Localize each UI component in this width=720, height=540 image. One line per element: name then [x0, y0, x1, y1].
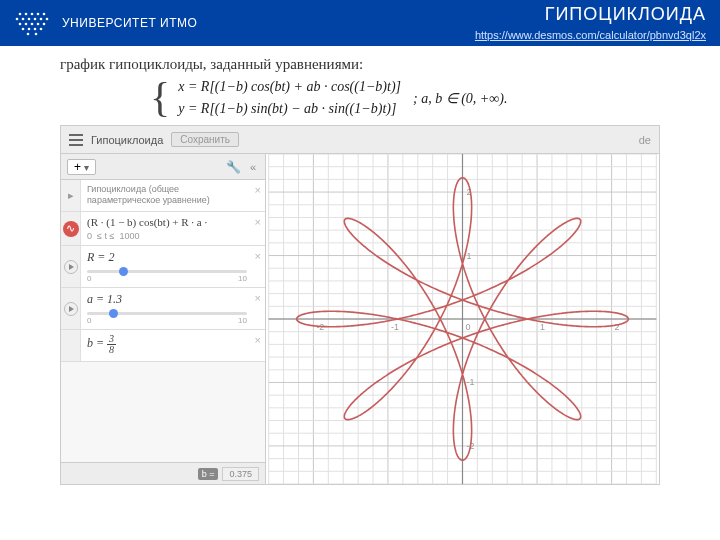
- add-expression-button[interactable]: + ▾: [67, 159, 96, 175]
- graph-svg: -2-1012-2-112: [266, 154, 659, 484]
- svg-text:2: 2: [615, 322, 620, 332]
- expression-row-parametric[interactable]: (R · (1 − b) cos(bt) + R · a · 0 ≤ t ≤ 1…: [61, 212, 265, 246]
- brace-icon: {: [150, 79, 170, 117]
- expression-list: ▸ Гипоциклоида (общее параметрическое ур…: [61, 180, 265, 462]
- svg-point-1: [25, 13, 28, 16]
- svg-point-21: [35, 33, 38, 36]
- svg-point-6: [22, 18, 25, 21]
- folder-row[interactable]: ▸ Гипоциклоида (общее параметрическое ур…: [61, 180, 265, 212]
- slider-r-label: R = 2: [87, 250, 114, 264]
- chevron-down-icon: ▾: [81, 162, 89, 173]
- graph-canvas[interactable]: -2-1012-2-112: [266, 154, 659, 484]
- expression-sidebar: + ▾ 🔧 « ▸ Гипоциклоида (общее параметрич…: [61, 154, 266, 484]
- slider-r-thumb[interactable]: [119, 267, 128, 276]
- svg-point-15: [43, 23, 46, 26]
- slide-header: УНИВЕРСИТЕТ ИТМО ГИПОЦИКЛОИДА https://ww…: [0, 0, 720, 46]
- play-icon[interactable]: [64, 260, 78, 274]
- slider-row-b[interactable]: b = 3 8 ×: [61, 330, 265, 362]
- slider-r-track[interactable]: [87, 270, 247, 273]
- svg-point-11: [19, 23, 22, 26]
- close-icon[interactable]: ×: [255, 184, 261, 196]
- svg-point-9: [40, 18, 43, 21]
- svg-point-8: [34, 18, 37, 21]
- parametric-formula: (R · (1 − b) cos(bt) + R · a ·: [87, 216, 207, 228]
- svg-point-5: [16, 18, 19, 21]
- subtitle-text: график гипоциклоиды, заданный уравнениям…: [0, 46, 720, 79]
- svg-text:-1: -1: [391, 322, 399, 332]
- svg-point-0: [19, 13, 22, 16]
- settings-icon[interactable]: 🔧: [226, 160, 241, 174]
- svg-point-12: [25, 23, 28, 26]
- logo-block: УНИВЕРСИТЕТ ИТМО: [14, 10, 197, 36]
- desmos-embed: Гипоциклоида Сохранить de + ▾ 🔧 « ▸ Гипо…: [60, 125, 660, 485]
- doc-title: Гипоциклоида: [91, 134, 163, 146]
- play-icon[interactable]: [64, 302, 78, 316]
- slider-row-a[interactable]: a = 1.3 0 10 ×: [61, 288, 265, 330]
- source-link[interactable]: https://www.desmos.com/calculator/pbnvd3…: [475, 29, 706, 41]
- equation-y: y = R[(1−b) sin(bt) − ab · sin((1−b)t)]: [178, 101, 401, 117]
- collapse-icon[interactable]: «: [247, 161, 259, 173]
- svg-point-10: [46, 18, 49, 21]
- close-icon[interactable]: ×: [255, 216, 261, 228]
- slider-row-r[interactable]: R = 2 0 10 ×: [61, 246, 265, 288]
- close-icon[interactable]: ×: [255, 334, 261, 346]
- svg-text:1: 1: [466, 251, 471, 261]
- calc-topbar: Гипоциклоида Сохранить de: [61, 126, 659, 154]
- b-display-value: 0.375: [222, 467, 259, 481]
- title-block: ГИПОЦИКЛОИДА https://www.desmos.com/calc…: [475, 4, 706, 43]
- wave-icon[interactable]: [63, 221, 79, 237]
- close-icon[interactable]: ×: [255, 292, 261, 304]
- svg-text:1: 1: [540, 322, 545, 332]
- svg-point-20: [27, 33, 30, 36]
- sidebar-controls: + ▾ 🔧 «: [61, 154, 265, 180]
- svg-point-2: [31, 13, 34, 16]
- slide-title: ГИПОЦИКЛОИДА: [475, 4, 706, 25]
- university-name: УНИВЕРСИТЕТ ИТМО: [62, 16, 197, 30]
- sidebar-footer: b = 0.375: [61, 462, 265, 484]
- svg-point-16: [22, 28, 25, 31]
- svg-point-4: [43, 13, 46, 16]
- svg-point-19: [40, 28, 43, 31]
- svg-point-3: [37, 13, 40, 16]
- b-display-label: b =: [198, 468, 219, 480]
- equation-system: { x = R[(1−b) cos(bt) + ab · cos((1−b)t)…: [0, 79, 720, 125]
- svg-point-18: [34, 28, 37, 31]
- menu-icon[interactable]: [69, 134, 83, 146]
- svg-text:0: 0: [465, 322, 470, 332]
- slider-b-prefix: b =: [87, 336, 107, 350]
- svg-point-17: [28, 28, 31, 31]
- folder-title: Гипоциклоида (общее параметрическое урав…: [81, 180, 265, 211]
- itmo-logo-icon: [14, 10, 52, 36]
- close-icon[interactable]: ×: [255, 250, 261, 262]
- slider-a-label: a = 1.3: [87, 292, 122, 306]
- equation-tail: ; a, b ∈ (0, +∞).: [413, 90, 507, 107]
- svg-point-14: [37, 23, 40, 26]
- svg-point-7: [28, 18, 31, 21]
- save-button[interactable]: Сохранить: [171, 132, 239, 147]
- folder-icon: ▸: [68, 189, 74, 202]
- slider-b-fraction: 3 8: [107, 334, 116, 355]
- equation-x: x = R[(1−b) cos(bt) + ab · cos((1−b)t)]: [178, 79, 401, 95]
- brand-label: de: [639, 134, 651, 146]
- slider-a-track[interactable]: [87, 312, 247, 315]
- svg-text:-1: -1: [466, 377, 474, 387]
- svg-point-13: [31, 23, 34, 26]
